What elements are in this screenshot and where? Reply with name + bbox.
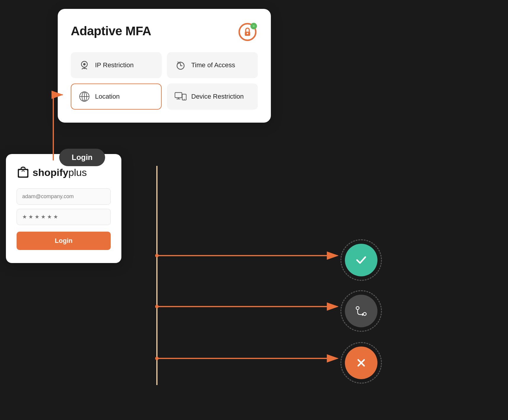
x-icon <box>353 355 369 371</box>
svg-point-24 <box>155 305 159 308</box>
svg-point-17 <box>184 99 185 100</box>
svg-point-27 <box>363 312 366 315</box>
device-restriction-icon <box>175 91 187 102</box>
mfa-title: Adaptive MFA <box>71 24 151 38</box>
mfa-features-grid: IP Restriction 24 Time of Access <box>71 52 258 110</box>
login-button[interactable]: Login <box>17 232 111 250</box>
shopify-logo: shopifyplus <box>17 166 111 179</box>
device-restriction-label: Device Restriction <box>191 92 244 101</box>
mfa-item-ip[interactable]: IP Restriction <box>71 52 162 78</box>
svg-point-25 <box>155 357 159 360</box>
shopify-logo-text: shopifyplus <box>33 167 87 178</box>
outcome-allow-container <box>340 239 382 281</box>
ip-restriction-label: IP Restriction <box>95 61 134 70</box>
outcome-mfa-border <box>340 290 382 332</box>
location-label: Location <box>95 92 120 101</box>
time-access-icon: 24 <box>175 59 187 71</box>
login-badge: Login <box>59 149 105 166</box>
outcome-deny-circle <box>345 347 377 379</box>
outcome-allow-circle <box>345 244 377 276</box>
mfa-item-location[interactable]: Location <box>71 84 162 110</box>
outcome-deny-border <box>340 342 382 384</box>
outcome-mfa-circle <box>345 295 377 327</box>
mfa-item-time[interactable]: 24 Time of Access <box>167 52 258 78</box>
svg-point-6 <box>83 63 86 65</box>
svg-point-23 <box>155 254 159 257</box>
svg-text:24: 24 <box>177 61 181 65</box>
mfa-brand-icon <box>237 21 258 41</box>
ip-restriction-icon <box>78 59 90 71</box>
svg-point-3 <box>247 33 248 34</box>
time-access-label: Time of Access <box>191 61 235 70</box>
location-icon <box>78 91 90 102</box>
check-icon <box>353 252 369 268</box>
adaptive-mfa-card: Adaptive MFA <box>58 9 271 123</box>
svg-rect-19 <box>19 170 27 177</box>
outcome-allow-border <box>340 239 382 281</box>
outcome-deny-container <box>340 342 382 384</box>
password-input[interactable] <box>17 209 111 225</box>
mfa-challenge-icon <box>353 303 369 319</box>
outcome-mfa-container <box>340 290 382 332</box>
mfa-item-device[interactable]: Device Restriction <box>167 84 258 110</box>
email-input[interactable] <box>17 188 111 205</box>
login-card: shopifyplus Login <box>6 154 121 263</box>
mfa-card-header: Adaptive MFA <box>71 21 258 41</box>
svg-point-26 <box>356 307 359 310</box>
svg-rect-13 <box>175 92 182 97</box>
shopify-bag-icon <box>17 166 30 179</box>
